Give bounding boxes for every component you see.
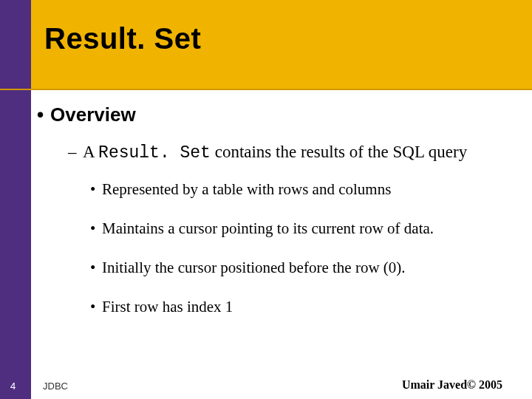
sub-code: Result. Set — [98, 143, 211, 163]
bullet-icon: • — [37, 103, 50, 126]
slide-title: Result. Set — [44, 22, 201, 55]
bullet-icon: • — [90, 298, 102, 316]
footer-right-author: Umair Javed© 2005 — [402, 378, 502, 392]
left-rail-top — [0, 0, 31, 89]
slide: Result. Set •Overview –A Result. Set con… — [0, 0, 532, 399]
subheading-level2: –A Result. Set contains the results of t… — [68, 143, 520, 163]
footer: 4 JDBC Umair Javed© 2005 — [0, 372, 532, 399]
sub-prefix: A — [83, 143, 98, 161]
heading-text: Overview — [50, 103, 136, 126]
bullet-text: Maintains a cursor pointing to its curre… — [102, 219, 434, 237]
slide-number: 4 — [10, 381, 16, 392]
sub-suffix: contains the results of the SQL query — [211, 143, 467, 161]
bullet-text: Initially the cursor positioned before t… — [102, 259, 406, 276]
dash-icon: – — [68, 143, 83, 162]
bullet-icon: • — [90, 259, 102, 277]
bullet-item: •Initially the cursor positioned before … — [90, 259, 520, 277]
bullet-item: •First row has index 1 — [90, 298, 520, 316]
bullet-icon: • — [90, 219, 102, 238]
footer-left-label: JDBC — [43, 381, 68, 392]
bullet-text: Represented by a table with rows and col… — [102, 180, 391, 198]
bullet-item: •Maintains a cursor pointing to its curr… — [90, 219, 520, 238]
heading-level1: •Overview — [37, 103, 520, 126]
bullet-text: First row has index 1 — [102, 298, 233, 316]
bullet-icon: • — [90, 180, 102, 199]
bullet-item: •Represented by a table with rows and co… — [90, 180, 520, 199]
content-area: •Overview –A Result. Set contains the re… — [37, 103, 520, 337]
